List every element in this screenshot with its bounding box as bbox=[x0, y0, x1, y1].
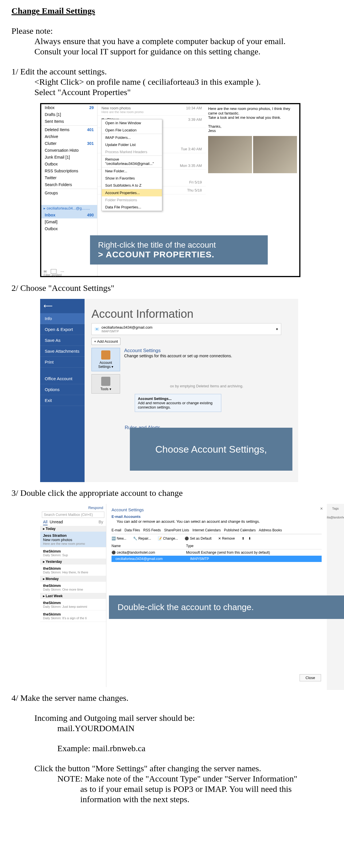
gear-icon bbox=[101, 350, 110, 360]
tools-button[interactable]: Tools ▾ bbox=[91, 374, 120, 394]
tab-all[interactable]: All bbox=[43, 520, 48, 525]
group-lastweek: ▸ Last Week bbox=[40, 593, 106, 599]
folder-deleted[interactable]: Deleted Items401 bbox=[41, 126, 97, 133]
doc-title: Change Email Settings bbox=[11, 6, 333, 16]
add-account-button[interactable]: + Add Account bbox=[91, 338, 120, 345]
menu-update-list[interactable]: Update Folder List bbox=[102, 141, 162, 148]
nav-office-account[interactable]: Office Account bbox=[40, 373, 85, 384]
menu-datafile-properties[interactable]: Data File Properties... bbox=[102, 204, 162, 211]
account-selector[interactable]: 📧 ceciliaforteau3434@gmail.com IMAP/SMTP… bbox=[91, 323, 281, 335]
folder-search[interactable]: Search Folders bbox=[41, 181, 97, 188]
list-item[interactable]: theSkimmDaily Skimm: Just keep swimmi bbox=[40, 599, 106, 610]
tab-pubcal[interactable]: Published Calendars bbox=[224, 528, 256, 532]
tools-icon bbox=[101, 377, 110, 386]
close-icon[interactable]: × bbox=[320, 506, 323, 511]
back-button[interactable]: ⟵ bbox=[40, 299, 85, 313]
close-button[interactable]: Close bbox=[299, 674, 321, 681]
col-type: Type bbox=[186, 544, 194, 548]
dialog-subtitle: E-mail Accounts bbox=[112, 515, 322, 519]
nav-info[interactable]: Info bbox=[40, 313, 85, 324]
step3-heading: 3/ Double click the appropriate account … bbox=[11, 488, 333, 498]
step4-line7: information with the next steps. bbox=[80, 794, 333, 804]
step1-heading: 1/ Edit the account settings. bbox=[11, 66, 333, 77]
menu-imap-folders[interactable]: IMAP Folders... bbox=[102, 134, 162, 141]
tab-ical[interactable]: Internet Calendars bbox=[192, 528, 221, 532]
col-name: Name bbox=[112, 544, 186, 548]
move-down-icon[interactable]: ⬇ bbox=[248, 536, 251, 540]
groups-label[interactable]: Groups bbox=[41, 189, 97, 196]
tab-addrbook[interactable]: Address Books bbox=[259, 528, 282, 532]
nav-save-as[interactable]: Save As bbox=[40, 335, 85, 346]
mailbox-hint: ox by emptying Deleted Items and archivi… bbox=[170, 384, 243, 388]
account-row[interactable]: ⚫ cecilia@landonhotel.comMicrosoft Excha… bbox=[112, 549, 322, 556]
account-info-pane: Account Information 📧 ceciliaforteau3434… bbox=[85, 299, 298, 482]
folder-drafts[interactable]: Drafts [1] bbox=[41, 111, 97, 118]
tab-datafiles[interactable]: Data Files bbox=[124, 528, 140, 532]
intro-line1: Always ensure that you have a complete c… bbox=[34, 36, 333, 46]
menu-account-properties[interactable]: Account Properties... bbox=[102, 189, 162, 196]
remove-button[interactable]: ✕ Remove bbox=[218, 536, 238, 540]
nav-options[interactable]: Options bbox=[40, 384, 85, 395]
nav-save-attachments[interactable]: Save Attachments bbox=[40, 346, 85, 357]
mail-pane: Respond Search Current Mailbox (Ctrl+E) … bbox=[40, 504, 106, 687]
step4-line6: as to if your email setup is POP3 or IMA… bbox=[80, 784, 333, 794]
dialog-tabs: E-mail Data Files RSS Feeds SharePoint L… bbox=[112, 526, 322, 534]
instruction-overlay: Choose Account Settings, bbox=[130, 428, 292, 471]
nav-print[interactable]: Print bbox=[40, 357, 85, 368]
search-input[interactable]: Search Current Mailbox (Ctrl+E) bbox=[42, 512, 104, 518]
group-monday: ▸ Monday bbox=[40, 576, 106, 582]
list-item[interactable]: theSkimmDaily Skimm: One more time bbox=[40, 582, 106, 593]
backstage-nav: ⟵ Info Open & Export Save As Save Attach… bbox=[40, 299, 85, 482]
screenshot-2: ⟵ Info Open & Export Save As Save Attach… bbox=[40, 299, 298, 482]
dialog-toolbar: 🆕 New... 🔧 Repair... 📝 Change... ⚫ Set a… bbox=[112, 534, 322, 543]
repair-button[interactable]: 🔧 Repair... bbox=[133, 536, 154, 540]
tab-rss[interactable]: RSS Feeds bbox=[143, 528, 161, 532]
tab-sharepoint[interactable]: SharePoint Lists bbox=[164, 528, 189, 532]
folder-twitter[interactable]: Twitter bbox=[41, 174, 97, 181]
folder-junk[interactable]: Junk Email [1] bbox=[41, 154, 97, 161]
folder-inbox[interactable]: Inbox29 bbox=[41, 104, 97, 111]
tab-unread[interactable]: Unread bbox=[50, 520, 63, 524]
group-today: ▸ Today bbox=[40, 526, 106, 532]
step4-line3: Example: mail.rbnweb.ca bbox=[57, 743, 333, 753]
list-item[interactable]: Jess StrattonNew room photosHere are the… bbox=[40, 532, 106, 547]
menu-new-folder[interactable]: New Folder... bbox=[102, 167, 162, 175]
folder-sent[interactable]: Sent Items bbox=[41, 118, 97, 125]
menu-open-window[interactable]: Open in New Window bbox=[102, 119, 162, 127]
step1-line1: <Right Click> on profile name ( ceciliaf… bbox=[34, 77, 333, 87]
step1-line2: Select "Account Properties" bbox=[34, 87, 333, 97]
list-item[interactable]: theSkimmDaily Skimm: Hey there, hi there bbox=[40, 564, 106, 576]
instruction-overlay: Right-click the title of the account > A… bbox=[90, 235, 268, 265]
nav-exit[interactable]: Exit bbox=[40, 395, 85, 406]
account-settings-button[interactable]: Account Settings ▾ bbox=[91, 348, 120, 371]
menu-sort-subfolders[interactable]: Sort Subfolders A to Z bbox=[102, 182, 162, 189]
folder-archive[interactable]: Archive bbox=[41, 133, 97, 140]
move-up-icon[interactable]: ⬆ bbox=[242, 536, 245, 540]
folder-inbox2[interactable]: Inbox490 bbox=[41, 212, 97, 218]
folder-conv[interactable]: Conversation Histo bbox=[41, 147, 97, 154]
account-node[interactable]: ▸ ceciliaforteau34...@g........ bbox=[41, 205, 97, 212]
nav-open-export[interactable]: Open & Export bbox=[40, 324, 85, 335]
list-item[interactable]: theSkimmDaily Skimm: It's a sign of the … bbox=[40, 610, 106, 622]
folder-outbox2[interactable]: Outbox bbox=[41, 225, 97, 232]
menu-show-favorites[interactable]: Show in Favorites bbox=[102, 175, 162, 182]
menu-remove-account[interactable]: Remove "ceciliaforteau3434@gmail..." bbox=[102, 156, 162, 167]
account-row-selected[interactable]: ceciliaforteau3434@gmail.comIMAP/SMTP bbox=[112, 556, 322, 562]
folder-outbox[interactable]: Outbox bbox=[41, 161, 97, 167]
folder-clutter[interactable]: Clutter301 bbox=[41, 140, 97, 147]
settings-desc: Change settings for this account or set … bbox=[124, 353, 243, 358]
folder-gmail[interactable]: [Gmail] bbox=[41, 218, 97, 225]
list-item[interactable]: theSkimmDaily Skimm: Sup bbox=[40, 547, 106, 559]
settings-heading: Account Settings bbox=[124, 348, 243, 353]
photo-thumbs bbox=[208, 136, 297, 173]
menu-open-file[interactable]: Open File Location bbox=[102, 127, 162, 134]
step4-line5: NOTE: Make note of the "Account Type" un… bbox=[57, 774, 333, 784]
new-button[interactable]: 🆕 New... bbox=[112, 536, 129, 540]
change-button[interactable]: 📝 Change... bbox=[158, 536, 181, 540]
default-button[interactable]: ⚫ Set as Default bbox=[184, 536, 214, 540]
message-item[interactable]: New room photosHere are the new room pro… bbox=[97, 104, 206, 116]
instruction-overlay: Double-click the account to change. bbox=[109, 595, 344, 619]
account-settings-tooltip[interactable]: Account Settings... Add and remove accou… bbox=[135, 394, 221, 412]
folder-rss[interactable]: RSS Subscriptions bbox=[41, 167, 97, 174]
tab-email[interactable]: E-mail bbox=[112, 528, 121, 532]
